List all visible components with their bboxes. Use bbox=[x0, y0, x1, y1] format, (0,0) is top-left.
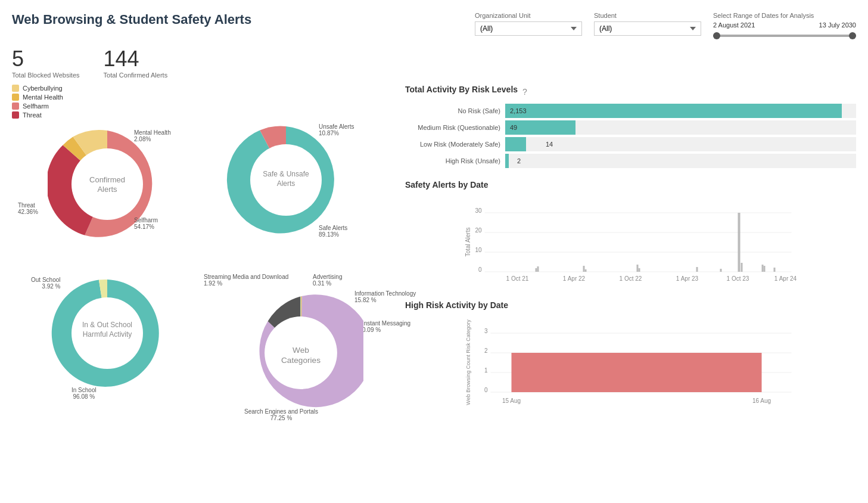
safety-alerts-chart-section: Safety Alerts by Date 0 10 20 30 Total A… bbox=[405, 180, 856, 291]
risk-levels-section: Total Activity By Risk Levels ? No Risk … bbox=[405, 85, 856, 168]
ann-out-school: Out School 3.92 % bbox=[31, 277, 60, 290]
high-risk-title: High Risk Activity by Date bbox=[405, 300, 856, 310]
confirmed-alerts-stat: 144 Total Confirmed Alerts bbox=[104, 46, 168, 79]
svg-rect-18 bbox=[741, 263, 743, 272]
svg-text:16 Aug: 16 Aug bbox=[752, 398, 771, 404]
high-risk-chart-section: High Risk Activity by Date 0 1 2 3 Web B… bbox=[405, 300, 856, 412]
legend-label-selfharm: Selfharm bbox=[23, 103, 49, 110]
svg-rect-20 bbox=[764, 266, 766, 272]
high-risk-bar bbox=[512, 353, 762, 392]
legend-item-selfharm: Selfharm bbox=[12, 103, 203, 110]
risk-row-high: High Risk (Unsafe) 2 bbox=[405, 154, 856, 168]
svg-text:0: 0 bbox=[484, 387, 488, 393]
risk-value-no-risk: 2,153 bbox=[510, 107, 527, 114]
date-slider[interactable] bbox=[713, 31, 856, 41]
svg-text:1 Oct 22: 1 Oct 22 bbox=[620, 275, 642, 282]
svg-text:2: 2 bbox=[484, 347, 488, 354]
donut-hole-confirmed bbox=[71, 148, 143, 220]
legend-label-cyberbullying: Cyberbullying bbox=[23, 85, 63, 92]
risk-bar-medium: 49 bbox=[505, 120, 856, 135]
svg-text:1 Apr 22: 1 Apr 22 bbox=[563, 275, 586, 282]
ann-info-tech: Information Technology 15.82 % bbox=[354, 290, 416, 303]
page-title: Web Browsing & Student Safety Alerts bbox=[12, 12, 251, 27]
risk-levels-title: Total Activity By Risk Levels bbox=[405, 85, 518, 94]
stats-row: 5 Total Blocked Websites 144 Total Confi… bbox=[12, 46, 856, 79]
main-content: Cyberbullying Mental Health Selfharm Thr… bbox=[12, 85, 856, 491]
svg-text:Total Alerts: Total Alerts bbox=[465, 228, 471, 257]
legend-dot-threat bbox=[12, 111, 19, 119]
svg-rect-15 bbox=[696, 267, 698, 272]
donut-center-safe-unsafe: Safe & Unsafe bbox=[263, 170, 309, 178]
donut-center-label-confirmed: Confirmed bbox=[89, 175, 125, 184]
svg-rect-14 bbox=[639, 268, 640, 272]
risk-value-medium: 49 bbox=[510, 124, 517, 131]
web-categories-donut-svg: Web Categories bbox=[238, 290, 363, 415]
blocked-count: 5 bbox=[12, 46, 80, 72]
legend-label-threat: Threat bbox=[23, 111, 42, 119]
donut-center-categories: Categories bbox=[281, 356, 321, 365]
dashboard: Web Browsing & Student Safety Alerts Org… bbox=[0, 0, 868, 503]
risk-label-medium: Medium Risk (Questionable) bbox=[405, 124, 500, 131]
confirmed-label: Total Confirmed Alerts bbox=[104, 72, 168, 79]
risk-bar-no-risk: 2,153 bbox=[505, 104, 856, 118]
risk-label-no-risk: No Risk (Safe) bbox=[405, 107, 500, 114]
ann-unsafe-alerts: Unsafe Alerts 10.87% bbox=[319, 123, 354, 136]
svg-text:10: 10 bbox=[475, 247, 482, 253]
safe-unsafe-donut-container: Safe & Unsafe Alerts Unsafe Alerts 10.87… bbox=[209, 120, 387, 263]
slider-thumb-right[interactable] bbox=[849, 32, 856, 39]
right-column: Total Activity By Risk Levels ? No Risk … bbox=[405, 85, 856, 491]
safety-alerts-chart-svg: 0 10 20 30 Total Alerts bbox=[405, 194, 856, 290]
risk-bar-low: 14 bbox=[505, 137, 856, 151]
high-risk-chart-svg: 0 1 2 3 Web Browsing Count Risk Category… bbox=[405, 315, 856, 410]
student-select[interactable]: (All) bbox=[594, 21, 701, 36]
svg-rect-17 bbox=[738, 213, 741, 272]
confirmed-count: 144 bbox=[104, 46, 168, 72]
svg-text:30: 30 bbox=[475, 207, 482, 214]
ann-streaming: Streaming Media and Download 1.92 % bbox=[204, 274, 288, 287]
date-end: 13 July 2030 bbox=[819, 21, 856, 29]
donut-center-label2: Harmful Activity bbox=[83, 330, 132, 339]
svg-rect-9 bbox=[536, 268, 537, 272]
help-icon[interactable]: ? bbox=[522, 87, 527, 97]
blocked-label: Total Blocked Websites bbox=[12, 72, 80, 79]
date-start: 2 August 2021 bbox=[713, 21, 755, 29]
svg-text:1 Apr 24: 1 Apr 24 bbox=[774, 275, 797, 282]
svg-rect-13 bbox=[637, 265, 639, 272]
risk-bar-high: 2 bbox=[505, 154, 856, 168]
legend-item-mental-health: Mental Health bbox=[12, 94, 203, 101]
risk-row-medium: Medium Risk (Questionable) 49 bbox=[405, 120, 856, 135]
confirmed-alerts-legend: Cyberbullying Mental Health Selfharm Thr… bbox=[12, 85, 203, 119]
svg-text:Web Browsing Count Risk Catego: Web Browsing Count Risk Category bbox=[465, 319, 471, 405]
legend-item-cyberbullying: Cyberbullying bbox=[12, 85, 203, 92]
student-label: Student bbox=[594, 12, 701, 19]
donut-center-label1: In & Out School bbox=[82, 321, 132, 329]
svg-text:0: 0 bbox=[478, 266, 482, 273]
svg-text:1 Oct 23: 1 Oct 23 bbox=[727, 275, 749, 282]
ann-search-engines: Search Engines and Portals 77.25 % bbox=[244, 408, 318, 421]
confirmed-alerts-donut-container: Confirmed Alerts Mental Health 2.08% Sel… bbox=[18, 125, 197, 262]
ann-advertising: Advertising 0.31 % bbox=[313, 274, 342, 287]
date-range-label: Select Range of Dates for Analysis bbox=[713, 12, 856, 19]
header: Web Browsing & Student Safety Alerts Org… bbox=[12, 12, 856, 41]
risk-value-low: 14 bbox=[546, 141, 553, 148]
legend-dot-mental-health bbox=[12, 94, 19, 101]
controls-area: Organizational Unit (All) Student (All) … bbox=[475, 12, 856, 41]
slider-thumb-left[interactable] bbox=[713, 32, 720, 39]
org-unit-select[interactable]: (All) bbox=[475, 21, 582, 36]
left-column: Cyberbullying Mental Health Selfharm Thr… bbox=[12, 85, 203, 491]
risk-row-no-risk: No Risk (Safe) 2,153 bbox=[405, 104, 856, 118]
web-categories-donut-container: Streaming Media and Download 1.92 % Adve… bbox=[203, 272, 417, 427]
svg-text:1: 1 bbox=[484, 367, 488, 374]
svg-text:20: 20 bbox=[475, 227, 482, 234]
legend-dot-cyberbullying bbox=[12, 85, 19, 92]
svg-text:1 Apr 23: 1 Apr 23 bbox=[676, 275, 699, 282]
ann-safe-alerts: Safe Alerts 89.13% bbox=[319, 225, 347, 238]
org-unit-control: Organizational Unit (All) bbox=[475, 12, 582, 36]
safe-unsafe-donut-svg: Safe & Unsafe Alerts bbox=[226, 120, 346, 240]
donut-center-web: Web bbox=[293, 346, 309, 355]
school-activity-donut-container: In & Out School Harmful Activity Out Sch… bbox=[18, 274, 197, 411]
ann-mental-health: Mental Health 2.08% bbox=[134, 129, 171, 142]
date-range-dates: 2 August 2021 13 July 2030 bbox=[713, 21, 856, 29]
risk-label-low: Low Risk (Moderately Safe) bbox=[405, 141, 500, 148]
middle-column: Safe & Unsafe Alerts Unsafe Alerts 10.87… bbox=[209, 85, 399, 491]
